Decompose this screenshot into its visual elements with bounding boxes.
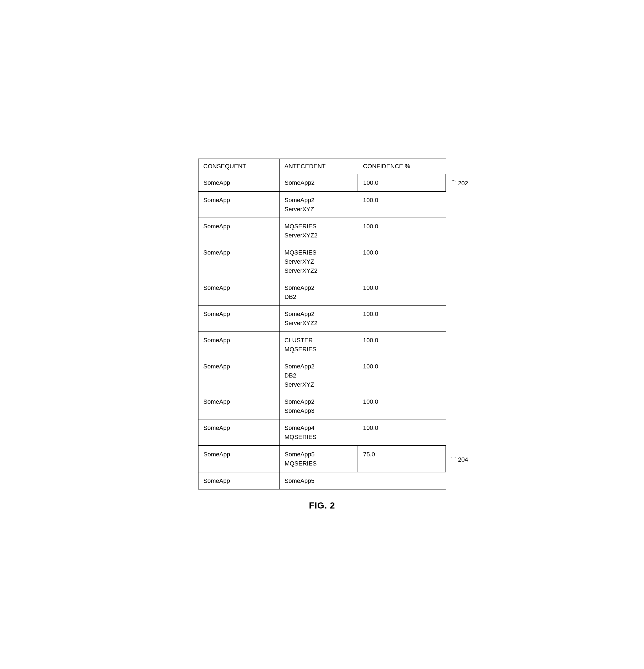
cell-consequent: SomeApp: [198, 191, 279, 218]
cell-antecedent: SomeApp4MQSERIES: [279, 419, 358, 446]
cell-confidence: 100.0: [358, 331, 446, 358]
table-row: SomeAppCLUSTERMQSERIES100.0: [198, 331, 446, 358]
cell-antecedent: SomeApp2SomeApp3: [279, 393, 358, 419]
curved-line-202: ⌒: [450, 179, 456, 187]
cell-confidence: [358, 472, 446, 489]
table-row: SomeAppSomeApp2SomeApp3100.0: [198, 393, 446, 419]
cell-confidence: 100.0: [358, 305, 446, 331]
table-row: SomeAppSomeApp2ServerXYZ100.0: [198, 191, 446, 218]
cell-antecedent: SomeApp2ServerXYZ: [279, 191, 358, 218]
table-row: SomeAppSomeApp5MQSERIES75.0: [198, 446, 446, 472]
cell-antecedent: SomeApp2ServerXYZ2: [279, 305, 358, 331]
cell-consequent: SomeApp: [198, 472, 279, 489]
cell-antecedent: SomeApp5: [279, 472, 358, 489]
table-row: SomeAppSomeApp2DB2ServerXYZ100.0: [198, 358, 446, 393]
table-header-row: CONSEQUENT ANTECEDENT CONFIDENCE %: [198, 159, 446, 174]
cell-consequent: SomeApp: [198, 174, 279, 191]
cell-consequent: SomeApp: [198, 446, 279, 472]
cell-consequent: SomeApp: [198, 419, 279, 446]
data-table: CONSEQUENT ANTECEDENT CONFIDENCE % SomeA…: [198, 159, 446, 489]
table-row: SomeAppSomeApp5: [198, 472, 446, 489]
cell-confidence: 100.0: [358, 174, 446, 191]
cell-consequent: SomeApp: [198, 217, 279, 244]
annotation-label-202: 202: [458, 180, 468, 187]
cell-confidence: 100.0: [358, 244, 446, 279]
cell-antecedent: SomeApp2DB2: [279, 279, 358, 305]
cell-confidence: 100.0: [358, 217, 446, 244]
annotation-204: ⌒ 204: [450, 456, 468, 464]
cell-confidence: 75.0: [358, 446, 446, 472]
cell-consequent: SomeApp: [198, 305, 279, 331]
table-row: SomeAppMQSERIESServerXYZServerXYZ2100.0: [198, 244, 446, 279]
cell-antecedent: CLUSTERMQSERIES: [279, 331, 358, 358]
page-container: CONSEQUENT ANTECEDENT CONFIDENCE % SomeA…: [198, 159, 446, 489]
cell-confidence: 100.0: [358, 419, 446, 446]
annotation-label-204: 204: [458, 456, 468, 463]
cell-antecedent: SomeApp2DB2ServerXYZ: [279, 358, 358, 393]
table-row: SomeAppSomeApp2ServerXYZ2100.0: [198, 305, 446, 331]
cell-antecedent: MQSERIESServerXYZServerXYZ2: [279, 244, 358, 279]
col-header-antecedent: ANTECEDENT: [279, 159, 358, 174]
cell-confidence: 100.0: [358, 191, 446, 218]
cell-consequent: SomeApp: [198, 393, 279, 419]
cell-confidence: 100.0: [358, 393, 446, 419]
curved-line-204: ⌒: [450, 456, 456, 464]
cell-antecedent: MQSERIESServerXYZ2: [279, 217, 358, 244]
figure-label: FIG. 2: [309, 500, 335, 511]
col-header-consequent: CONSEQUENT: [198, 159, 279, 174]
cell-confidence: 100.0: [358, 358, 446, 393]
cell-consequent: SomeApp: [198, 244, 279, 279]
cell-confidence: 100.0: [358, 279, 446, 305]
col-header-confidence: CONFIDENCE %: [358, 159, 446, 174]
cell-consequent: SomeApp: [198, 331, 279, 358]
table-row: SomeAppMQSERIESServerXYZ2100.0: [198, 217, 446, 244]
table-row: SomeAppSomeApp2DB2100.0: [198, 279, 446, 305]
table-row: SomeAppSomeApp2100.0: [198, 174, 446, 191]
cell-consequent: SomeApp: [198, 279, 279, 305]
cell-antecedent: SomeApp2: [279, 174, 358, 191]
table-row: SomeAppSomeApp4MQSERIES100.0: [198, 419, 446, 446]
cell-antecedent: SomeApp5MQSERIES: [279, 446, 358, 472]
annotation-202: ⌒ 202: [450, 179, 468, 187]
cell-consequent: SomeApp: [198, 358, 279, 393]
